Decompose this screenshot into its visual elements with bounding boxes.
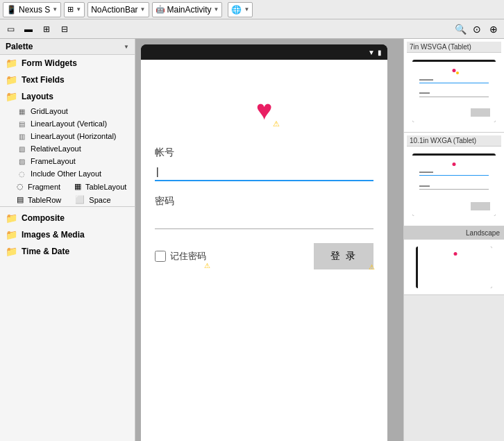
palette-item-linear-vertical[interactable]: ▤ LinearLayout (Vertical)	[0, 117, 135, 130]
locale-selector[interactable]: 🌐 ▼	[228, 2, 253, 17]
palette-item-fragment[interactable]: ◌ Fragment	[17, 182, 60, 191]
nexus-label: Nexus S	[19, 5, 50, 15]
palette-title: Palette	[6, 42, 33, 51]
table-row-icon: ▤	[17, 195, 24, 204]
heart-warning-badge: ⚠	[273, 117, 280, 128]
remember-checkbox[interactable]	[155, 251, 166, 262]
mini-heart-landscape	[453, 252, 457, 256]
time-date-section-header[interactable]: 📁 Time & Date	[0, 243, 135, 260]
palette-item-grid-layout[interactable]: ▦ GridLayout	[0, 105, 135, 117]
password-label: 密码	[155, 195, 373, 208]
landscape-canvas	[404, 240, 504, 295]
globe-icon: 🌐	[231, 5, 242, 15]
grid-layout-icon: ▦	[17, 108, 26, 115]
relative-layout-icon: ▧	[17, 145, 26, 153]
palette-item-linear-horizontal[interactable]: ▥ LinearLayout (Horizontal)	[0, 130, 135, 142]
login-button[interactable]: 登 录	[314, 243, 373, 269]
resolution-selector[interactable]: ⊞ ▼	[64, 2, 85, 17]
portrait-icon: ▭	[7, 24, 15, 34]
include-layout-icon: ◌	[17, 170, 26, 178]
login-warning-icon: ⚠	[369, 263, 375, 271]
composite-folder-icon: 📁	[6, 213, 17, 224]
frame-layout-label: FrameLayout	[31, 157, 76, 165]
mini-landscape-device	[416, 247, 492, 288]
mini-heart-7in	[453, 69, 456, 72]
composite-section-header[interactable]: 📁 Composite	[0, 210, 135, 226]
device-preview-7in[interactable]: 7in WSVGA (Tablet)	[404, 39, 504, 133]
table-layout-label: TableLayout	[85, 183, 126, 191]
text-fields-section-header[interactable]: 📁 Text Fields	[0, 72, 135, 88]
time-date-label: Time & Date	[22, 247, 69, 256]
second-toolbar: ▭ ▬ ⊞ ⊟ 🔍 ⊙ ⊕	[0, 19, 504, 39]
form-widgets-folder-icon: 📁	[6, 58, 17, 69]
locale-dropdown-arrow: ▼	[244, 6, 249, 13]
linear-horizontal-label: LinearLayout (Horizontal)	[31, 132, 117, 140]
password-input-container	[155, 212, 373, 229]
activity-dropdown-arrow: ▼	[214, 6, 219, 13]
form-widgets-section-header[interactable]: 📁 Form Widgets	[0, 55, 135, 72]
form-widgets-label: Form Widgets	[22, 58, 77, 68]
linear-horizontal-icon: ▥	[17, 133, 26, 140]
frame-layout-icon: ▨	[17, 158, 26, 165]
mini-input-line2-7in	[419, 97, 489, 97]
mini-label4	[419, 185, 430, 187]
remember-label: 记住密码	[170, 250, 206, 263]
palette-item-relative-layout[interactable]: ▧ RelativeLayout	[0, 142, 135, 155]
layouts-folder-icon: 📁	[6, 91, 17, 102]
phone-status-bar: ▼ ▮	[141, 44, 387, 60]
mini-label2	[419, 92, 430, 94]
mini-tablet-7in	[412, 60, 496, 122]
zoom-reset-btn[interactable]: ⊙	[469, 22, 485, 37]
activity-selector[interactable]: 🤖 MainActivity ▼	[152, 2, 223, 17]
palette-item-include-other-layout[interactable]: ◌ Include Other Layout	[0, 167, 135, 180]
fragment-icon: ◌	[17, 182, 24, 191]
phone-frame: ▼ ▮ ♥ ⚠ 帐号 密码	[141, 44, 387, 441]
palette-header: Palette ▼	[0, 39, 135, 55]
layouts-section-header[interactable]: 📁 Layouts	[0, 88, 135, 105]
resolution-dropdown-arrow: ▼	[76, 6, 81, 13]
form-bottom-row: 记住密码 ⚠ 登 录 ⚠	[155, 243, 373, 269]
images-media-section-header[interactable]: 📁 Images & Media	[0, 226, 135, 243]
layout-btn2[interactable]: ⊟	[57, 22, 72, 37]
canvas-area: ▼ ▮ ♥ ⚠ 帐号 密码	[135, 39, 403, 441]
activity-label: MainActivity	[167, 5, 212, 15]
palette-item-space[interactable]: ⬜ Space	[75, 195, 110, 204]
account-input-container	[155, 163, 373, 181]
fragment-label: Fragment	[28, 183, 60, 191]
device-7in-canvas	[407, 53, 501, 129]
mini-tablet-10in	[412, 153, 496, 216]
palette-sidebar: Palette ▼ 📁 Form Widgets 📁 Text Fields 📁…	[0, 39, 135, 441]
layout-btn1[interactable]: ⊞	[39, 22, 54, 37]
palette-item-frame-layout[interactable]: ▨ FrameLayout	[0, 155, 135, 167]
device-preview-10in[interactable]: 10.1in WXGA (Tablet)	[404, 133, 504, 226]
table-layout-icon: ▦	[74, 182, 81, 191]
zoom-out-btn[interactable]: 🔍	[453, 22, 468, 37]
resolution-icon: ⊞	[67, 5, 74, 14]
heart-warning-icon: ⚠	[273, 119, 280, 128]
theme-selector[interactable]: NoActionBar ▼	[87, 2, 149, 17]
linear-vertical-label: LinearLayout (Vertical)	[31, 119, 107, 128]
mini-label3	[419, 172, 433, 173]
text-fields-label: Text Fields	[22, 75, 65, 85]
zoom-in-btn[interactable]: ⊕	[486, 22, 501, 37]
palette-item-table-layout[interactable]: ▦ TableLayout	[74, 182, 126, 191]
palette-item-table-row[interactable]: ▤ TableRow	[17, 195, 61, 204]
nexus-dropdown-arrow: ▼	[52, 6, 58, 13]
mini-label1	[419, 79, 433, 81]
account-input[interactable]	[155, 163, 373, 181]
linear-vertical-icon: ▤	[17, 120, 26, 128]
landscape-btn[interactable]: ▬	[21, 22, 36, 37]
images-folder-icon: 📁	[6, 229, 17, 240]
password-input[interactable]	[155, 212, 373, 229]
portrait-btn[interactable]: ▭	[3, 22, 18, 37]
remember-checkbox-container: 记住密码 ⚠	[155, 250, 206, 263]
composite-label: Composite	[22, 213, 65, 223]
landscape-section: Landscape	[404, 226, 504, 240]
heart-container: ♥ ⚠	[155, 94, 373, 126]
palette-collapse-arrow[interactable]: ▼	[124, 44, 129, 50]
android-icon: 🤖	[156, 5, 165, 14]
mini-warning-7in	[456, 72, 459, 74]
device-selector[interactable]: 📱 Nexus S ▼	[3, 2, 61, 17]
grid-layout-label: GridLayout	[31, 107, 68, 115]
layout-icon1: ⊞	[43, 24, 50, 34]
